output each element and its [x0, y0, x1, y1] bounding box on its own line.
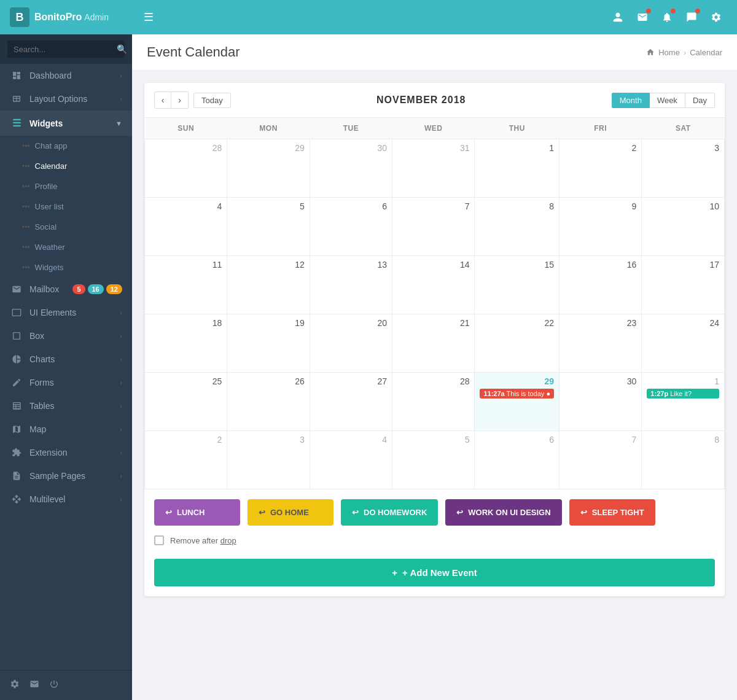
table-row[interactable]: 12	[227, 256, 310, 314]
sidebar-item-user-list[interactable]: ••• User list	[0, 196, 132, 217]
remove-after-drop-checkbox[interactable]	[154, 535, 164, 545]
table-row[interactable]: 4	[145, 198, 227, 256]
drag-event-work-ui[interactable]: ↩ WORK ON UI DESIGN	[445, 499, 561, 526]
table-row[interactable]: 18	[145, 314, 227, 373]
chevron-right-icon: ›	[120, 472, 122, 480]
menu-toggle-icon[interactable]: ☰	[139, 6, 158, 29]
drag-event-lunch[interactable]: ↩ LUNCH	[154, 499, 240, 526]
notifications-button[interactable]	[656, 6, 678, 28]
sidebar-section-widgets[interactable]: ☰ Widgets ▼	[0, 111, 132, 136]
table-row[interactable]: 2	[560, 139, 642, 198]
table-row[interactable]: 22	[475, 314, 560, 373]
sidebar-item-chat-app[interactable]: ••• Chat app	[0, 136, 132, 156]
table-row[interactable]: 15	[475, 256, 560, 314]
sidebar-power-button[interactable]	[49, 679, 59, 691]
settings-button[interactable]	[705, 6, 727, 28]
table-row[interactable]: 24	[642, 314, 725, 373]
calendar-month-view-button[interactable]: Month	[612, 93, 650, 108]
calendar-week-3: 11 12 13 14 15 16 17	[145, 256, 725, 314]
search-input[interactable]	[14, 45, 117, 54]
table-row[interactable]: 14	[392, 256, 475, 314]
table-row[interactable]: 28	[392, 373, 475, 431]
brand: B BonitoPro Admin	[10, 7, 139, 27]
sidebar-item-calendar[interactable]: ••• Calendar	[0, 156, 132, 176]
add-new-event-button[interactable]: + + Add New Event	[154, 559, 715, 586]
table-row[interactable]: 8	[642, 431, 725, 489]
calendar-prev-button[interactable]: ‹	[154, 91, 171, 109]
sidebar-settings-button[interactable]	[10, 679, 20, 691]
mail-button[interactable]	[631, 6, 653, 28]
calendar-week-view-button[interactable]: Week	[650, 93, 685, 108]
sidebar-item-layout-options[interactable]: Layout Options ›	[0, 87, 132, 111]
chevron-right-icon: ›	[120, 402, 122, 410]
sidebar-item-mailbox[interactable]: Mailbox 5 16 12	[0, 278, 132, 301]
drag-event-label: DO HOMEWORK	[364, 508, 427, 517]
table-row[interactable]: 28	[145, 139, 227, 198]
table-row[interactable]: 16	[560, 256, 642, 314]
sidebar-item-label: Weather	[35, 243, 65, 252]
sidebar-item-profile[interactable]: ••• Profile	[0, 176, 132, 196]
search-icon[interactable]: 🔍	[117, 44, 127, 54]
table-row[interactable]: 21	[392, 314, 475, 373]
table-row[interactable]: 3	[642, 139, 725, 198]
table-row[interactable]: 26	[227, 373, 310, 431]
calendar-event-like-it[interactable]: 1:27p Like it?	[647, 389, 719, 399]
mail-icon	[10, 284, 23, 294]
sidebar-item-ui-elements[interactable]: UI Elements ›	[0, 301, 132, 324]
table-row[interactable]: 5	[392, 431, 475, 489]
sidebar-item-sample-pages[interactable]: Sample Pages ›	[0, 464, 132, 488]
breadcrumb-home: Home	[658, 48, 680, 57]
drag-event-sleep-tight[interactable]: ↩ SLEEP TIGHT	[569, 499, 655, 526]
sidebar-mail-button[interactable]	[29, 679, 39, 691]
table-row[interactable]: 5	[227, 198, 310, 256]
sidebar-item-box[interactable]: Box ›	[0, 324, 132, 348]
table-row[interactable]: 30	[560, 373, 642, 431]
table-row[interactable]: 7	[560, 431, 642, 489]
calendar-wrapper: ‹ › Today NOVEMBER 2018 Month Week Day S…	[132, 71, 737, 609]
messages-button[interactable]	[680, 6, 703, 28]
sidebar-item-weather[interactable]: ••• Weather	[0, 237, 132, 257]
table-row[interactable]: 9	[560, 198, 642, 256]
calendar-day-view-button[interactable]: Day	[685, 93, 715, 108]
table-row-today[interactable]: 29 11:27a This is today ●	[475, 373, 560, 431]
drag-event-do-homework[interactable]: ↩ DO HOMEWORK	[341, 499, 438, 526]
sidebar-item-tables[interactable]: Tables ›	[0, 394, 132, 418]
sidebar-item-social[interactable]: ••• Social	[0, 217, 132, 237]
table-row[interactable]: 20	[310, 314, 392, 373]
sidebar-item-label: Tables	[29, 401, 120, 411]
table-row[interactable]: 6	[310, 198, 392, 256]
sidebar-item-multilevel[interactable]: Multilevel ›	[0, 488, 132, 511]
table-row[interactable]: 10	[642, 198, 725, 256]
table-row[interactable]: 6	[475, 431, 560, 489]
calendar-today-button[interactable]: Today	[193, 93, 231, 108]
table-row[interactable]: 11	[145, 256, 227, 314]
calendar-next-button[interactable]: ›	[171, 91, 189, 109]
user-profile-button[interactable]	[607, 6, 629, 28]
table-row[interactable]: 13	[310, 256, 392, 314]
table-row[interactable]: 27	[310, 373, 392, 431]
table-row[interactable]: 30	[310, 139, 392, 198]
table-row[interactable]: 19	[227, 314, 310, 373]
table-row[interactable]: 8	[475, 198, 560, 256]
table-row[interactable]: 25	[145, 373, 227, 431]
sidebar-item-extension[interactable]: Extension ›	[0, 441, 132, 464]
table-row[interactable]: 4	[310, 431, 392, 489]
sidebar-item-map[interactable]: Map ›	[0, 418, 132, 441]
table-row[interactable]: 3	[227, 431, 310, 489]
chevron-right-icon: ›	[120, 95, 122, 103]
table-row[interactable]: 29	[227, 139, 310, 198]
calendar-event-today[interactable]: 11:27a This is today ●	[480, 389, 554, 399]
table-row[interactable]: 23	[560, 314, 642, 373]
table-row[interactable]: 1 1:27p Like it?	[642, 373, 725, 431]
sidebar-item-dashboard[interactable]: Dashboard ›	[0, 64, 132, 87]
table-row[interactable]: 1	[475, 139, 560, 198]
sidebar-item-charts[interactable]: Charts ›	[0, 348, 132, 371]
drag-event-go-home[interactable]: ↩ GO HOME	[248, 499, 333, 526]
table-row[interactable]: 2	[145, 431, 227, 489]
sidebar-item-forms[interactable]: Forms ›	[0, 371, 132, 394]
table-row[interactable]: 17	[642, 256, 725, 314]
table-row[interactable]: 7	[392, 198, 475, 256]
remove-after-drop-label: Remove after drop	[170, 536, 236, 545]
table-row[interactable]: 31	[392, 139, 475, 198]
sidebar-item-widgets[interactable]: ••• Widgets	[0, 257, 132, 278]
